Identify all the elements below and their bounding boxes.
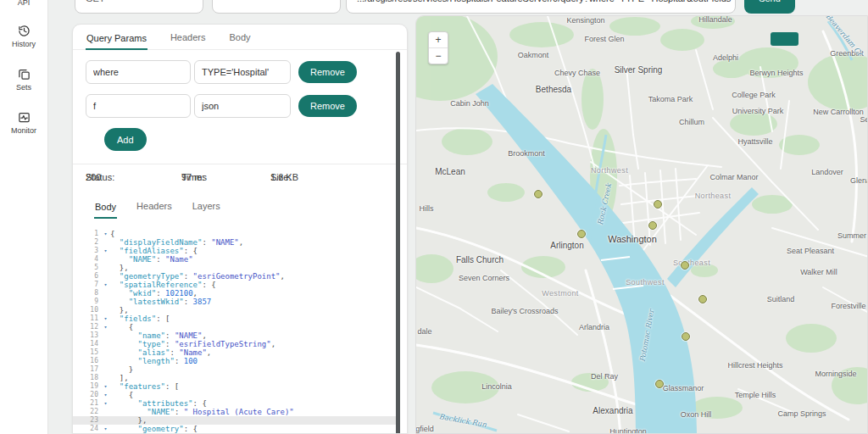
map-place-label: Arlandria <box>579 323 609 331</box>
code-line[interactable]: 24▾ "geometry": { <box>73 425 397 433</box>
url-input[interactable]: .../arcgis/rest/services/Hospitals/Featu… <box>346 0 736 14</box>
code-line[interactable]: 4 "NAME": "Name" <box>73 255 397 264</box>
param-key-input[interactable] <box>86 60 191 84</box>
line-number: 21 <box>73 399 101 408</box>
code-text: { <box>110 230 114 238</box>
code-line[interactable]: 19▾ "features": [ <box>73 382 397 391</box>
hospital-marker[interactable] <box>681 261 689 270</box>
hospital-marker[interactable] <box>534 190 542 198</box>
map-place-label: Morningside <box>815 370 856 378</box>
code-line[interactable]: 16 "length": 100 <box>73 357 397 365</box>
code-line[interactable]: 22 "NAME": " Hospital (Acute Care)" <box>73 408 397 416</box>
code-text: "fields": [ <box>110 314 170 323</box>
code-line[interactable]: 1▾{ <box>73 230 397 238</box>
code-line[interactable]: 6 "geometryType": "esriGeometryPoint", <box>73 272 397 281</box>
line-number: 6 <box>73 272 101 281</box>
param-value-input[interactable] <box>194 60 291 84</box>
map-place-label: Colmar Manor <box>709 173 758 181</box>
code-line[interactable]: 9 "latestWkid": 3857 <box>73 298 397 306</box>
map-action-button[interactable] <box>771 32 798 46</box>
tab-response-headers[interactable]: Headers <box>136 201 173 218</box>
history-icon <box>18 25 31 37</box>
remove-param-button[interactable]: Remove <box>298 61 357 83</box>
sidebar-item-history[interactable]: History <box>0 25 47 48</box>
hospital-marker[interactable] <box>682 332 690 341</box>
monitor-icon <box>18 111 31 124</box>
zoom-out-button[interactable]: − <box>429 47 448 64</box>
hospital-marker[interactable] <box>655 380 664 388</box>
fold-arrow-icon[interactable]: ▾ <box>101 425 110 433</box>
fold-arrow-icon[interactable]: ▾ <box>101 314 110 323</box>
zoom-control: + − <box>428 31 448 64</box>
map-panel[interactable]: KensingtonHillandaleForest GlenOakmontCh… <box>415 15 868 434</box>
panel-scrollbar[interactable] <box>396 52 400 434</box>
tab-query-params[interactable]: Query Params <box>86 33 147 50</box>
code-text: "type": "esriFieldTypeString", <box>110 340 275 348</box>
send-button[interactable]: Send <box>744 0 795 14</box>
code-line[interactable]: 14 "type": "esriFieldTypeString", <box>73 340 397 348</box>
line-number: 11 <box>73 314 101 323</box>
code-viewer[interactable]: 1▾{2 "displayFieldName": "NAME",3▾ "fiel… <box>73 225 397 434</box>
code-text: "wkid": 102100, <box>110 289 198 298</box>
map-place-label: Forest Glen <box>584 35 624 43</box>
sidebar-item-sets[interactable]: Sets <box>0 68 47 92</box>
map-place-label: Cabin John <box>450 99 489 108</box>
response-status-bar: Status: 200 Time: 97 ms Size: 1.6 KB <box>73 172 407 184</box>
map-place-label: Bailey's Crossroads <box>491 307 558 315</box>
tab-response-layers[interactable]: Layers <box>192 201 221 218</box>
map-place-label: New Carrollton <box>813 108 864 116</box>
sidebar: API History Sets Monitor <box>0 0 48 434</box>
map-place-label: Glassmanor <box>663 384 704 392</box>
hospital-marker[interactable] <box>698 295 707 303</box>
tab-headers[interactable]: Headers <box>170 32 207 49</box>
method-select[interactable]: GET <box>75 0 203 14</box>
map-place-label: Temple Hills <box>735 391 776 399</box>
hospital-marker[interactable] <box>654 200 662 209</box>
map-place-label: Hillandale <box>698 15 732 24</box>
param-value-input[interactable] <box>194 94 291 118</box>
fold-arrow-icon[interactable]: ▾ <box>101 281 110 289</box>
sidebar-item-monitor[interactable]: Monitor <box>0 111 47 135</box>
code-line[interactable]: 5 }, <box>73 264 397 272</box>
line-number: 23 <box>73 416 101 425</box>
map-place-label: Potomac River <box>638 309 656 362</box>
code-line[interactable]: 17 } <box>73 365 397 374</box>
fold-arrow-icon[interactable]: ▾ <box>101 399 110 408</box>
tab-body[interactable]: Body <box>229 32 252 49</box>
request-preset-select[interactable] <box>212 0 341 14</box>
map-place-label: Lincolnia <box>481 382 512 391</box>
code-line[interactable]: 23 }, <box>73 416 397 425</box>
fold-arrow-icon[interactable]: ▾ <box>101 247 110 255</box>
fold-arrow-icon[interactable]: ▾ <box>101 391 110 399</box>
fold-arrow-icon[interactable]: ▾ <box>101 230 110 238</box>
code-line[interactable]: 13 "name": "NAME", <box>73 331 397 340</box>
add-param-button[interactable]: Add <box>104 128 147 151</box>
code-line[interactable]: 15 "alias": "Name", <box>73 348 397 357</box>
code-text: "displayFieldName": "NAME", <box>110 238 243 247</box>
zoom-in-button[interactable]: + <box>429 32 448 47</box>
code-line[interactable]: 10 }, <box>73 306 397 314</box>
map-place-label: Takoma Park <box>648 95 693 103</box>
code-line[interactable]: 21▾ "attributes": { <box>73 399 397 408</box>
sidebar-item-api[interactable]: API <box>0 0 47 7</box>
code-line[interactable]: 11▾ "fields": [ <box>73 314 397 323</box>
map-place-label: Silver Spring <box>615 65 663 75</box>
code-line[interactable]: 3▾ "fieldAliases": { <box>73 247 397 255</box>
code-line[interactable]: 7▾ "spatialReference": { <box>73 281 397 289</box>
map-place-label: gfield <box>415 425 434 433</box>
code-line[interactable]: 18 ], <box>73 374 397 382</box>
code-line[interactable]: 8 "wkid": 102100, <box>73 289 397 298</box>
hospital-marker[interactable] <box>577 230 586 238</box>
fold-arrow-icon[interactable]: ▾ <box>101 323 110 331</box>
remove-param-button[interactable]: Remove <box>298 95 357 117</box>
code-text: }, <box>110 264 129 272</box>
tab-response-body[interactable]: Body <box>94 202 117 219</box>
code-text: { <box>110 323 133 331</box>
code-line[interactable]: 2 "displayFieldName": "NAME", <box>73 238 397 247</box>
param-key-input[interactable] <box>86 94 191 118</box>
code-line[interactable]: 12▾ { <box>73 323 397 331</box>
code-line[interactable]: 20▾ { <box>73 391 397 399</box>
hospital-marker[interactable] <box>648 221 657 230</box>
map-place-label: University Park <box>732 107 784 115</box>
fold-arrow-icon[interactable]: ▾ <box>101 382 110 391</box>
